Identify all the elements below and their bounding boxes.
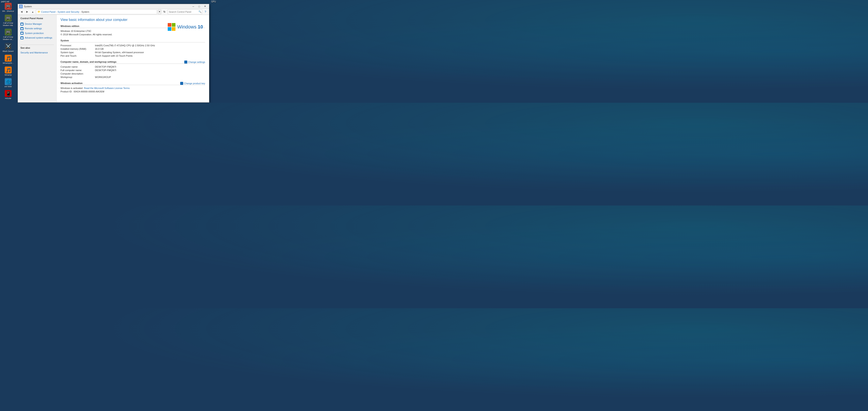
- desktop-icon-cod1[interactable]: 🎮 Call of Duty Modern Wa.: [0, 14, 16, 27]
- shield-icon-remote-settings: [21, 27, 24, 30]
- desktop-icon-winamp[interactable]: 🎵 Winamp: [0, 66, 16, 77]
- system-type-value: 64-bit Operating System, x64-based proce…: [95, 51, 144, 54]
- win-sq-yellow: [172, 27, 176, 31]
- full-computer-name-label: Full computer name:: [61, 69, 95, 71]
- gpu-label: GPU: [211, 0, 216, 3]
- breadcrumb-control-panel[interactable]: Control Panel: [41, 10, 56, 13]
- desktop-icon-contentweb[interactable]: 🌐 ent Web: [0, 78, 16, 89]
- computer-description-row: Computer description:: [61, 72, 205, 75]
- sidebar-label-device-manager: Device Manager: [25, 22, 42, 26]
- win-sq-blue: [168, 27, 172, 31]
- change-settings-link[interactable]: Change settings: [184, 61, 206, 63]
- pen-touch-label: Pen and Touch:: [61, 55, 95, 57]
- system-section: System Processor: Intel(R) Core(TM) i7-4…: [61, 39, 205, 57]
- processor-row: Processor: Intel(R) Core(TM) i7-4710HQ C…: [61, 44, 205, 47]
- search-input[interactable]: [169, 10, 198, 13]
- close-button[interactable]: ✕: [202, 4, 208, 8]
- desktop-icon-hisuite-label: HiSuite: [5, 97, 11, 100]
- search-box: 🔍: [168, 9, 202, 14]
- change-settings-label: Change settings: [188, 61, 206, 63]
- ram-label: Installed memory (RAM):: [61, 48, 95, 50]
- workgroup-label: Workgroup:: [61, 76, 95, 79]
- ram-value: 16.0 GB: [95, 48, 103, 50]
- desktop-icon-winamp-label: Winamp: [4, 74, 11, 76]
- system-type-label: System type:: [61, 51, 95, 54]
- desktop-icon-cod1-label: Call of Duty Modern Wa.: [1, 22, 15, 27]
- computer-name-section: Computer name, domain, and workgroup set…: [61, 61, 205, 79]
- desktop-icon-blackdesert-label: Black Desert: [3, 50, 13, 53]
- system-window-icon: [19, 5, 23, 8]
- breadcrumb-system-security[interactable]: System and Security: [58, 10, 79, 13]
- desktop-icon-hisuite[interactable]: 📱 HiSuite: [0, 89, 16, 100]
- window-title: System: [24, 5, 190, 8]
- product-id-label: Product ID:: [61, 90, 72, 93]
- pen-touch-value: Touch Support with 10 Touch Points: [95, 55, 133, 57]
- desktop-icon-cod2-label: Call of Duty Modern W...: [1, 36, 15, 41]
- sidebar-link-device-manager[interactable]: Device Manager: [21, 22, 54, 26]
- desktop-icon-winamp59-label: Winamp59...: [3, 62, 14, 64]
- breadcrumb-dropdown-button[interactable]: ▼: [158, 9, 161, 14]
- change-product-shield-icon: [180, 82, 183, 85]
- change-settings-shield-icon: [184, 61, 187, 63]
- desktop-icon-bf4-label: bf4 - Shortcut: [2, 10, 14, 12]
- desktop-icon-bf4[interactable]: 🎮 bf4 - Shortcut: [0, 2, 16, 13]
- title-bar: System ─ □ ✕: [18, 4, 209, 9]
- full-computer-name-row: Full computer name: DESKTOP-FMQ9I7I: [61, 69, 205, 71]
- windows-squares: [168, 23, 176, 31]
- desktop-icon-winamp59[interactable]: 🎵 Winamp59...: [0, 54, 16, 65]
- maximize-button[interactable]: □: [196, 4, 202, 8]
- computer-name-row: Computer name: DESKTOP-FMQ9I7I: [61, 65, 205, 68]
- svg-rect-0: [20, 5, 21, 6]
- sidebar-link-remote-settings[interactable]: Remote settings: [21, 26, 54, 31]
- desktop-icon-cod2[interactable]: 🎮 Call of Duty Modern W...: [0, 28, 16, 41]
- up-button[interactable]: ▲: [30, 9, 35, 14]
- desktop: paint.net GPU 🎮 bf4 - Shortcut 🎮 Call of…: [0, 0, 217, 103]
- processor-label: Processor:: [61, 44, 95, 47]
- activation-section: Windows activation Change product key Wi…: [61, 82, 205, 93]
- main-area: Control Panel Home Device Manager Remote…: [18, 15, 209, 102]
- sidebar-link-security-maintenance[interactable]: Security and Maintenance: [21, 51, 54, 55]
- sidebar-label-advanced-system-settings: Advanced system settings: [25, 36, 52, 39]
- copyright-row: © 2018 Microsoft Corporation. All rights…: [61, 33, 205, 36]
- sidebar-link-advanced-system-settings[interactable]: Advanced system settings: [21, 35, 54, 40]
- shield-icon-advanced-system-settings: [21, 36, 24, 39]
- windows10-text: Windows 10: [177, 24, 203, 30]
- back-button[interactable]: ◀: [19, 9, 24, 14]
- minimize-button[interactable]: ─: [190, 4, 196, 8]
- change-product-key-label: Change product key: [184, 82, 205, 85]
- sidebar-label-security-maintenance: Security and Maintenance: [21, 51, 48, 54]
- system-header: System: [61, 39, 205, 42]
- system-type-row: System type: 64-bit Operating System, x6…: [61, 51, 205, 54]
- sidebar-link-system-protection[interactable]: System protection: [21, 31, 54, 35]
- ram-row: Installed memory (RAM): 16.0 GB: [61, 48, 205, 50]
- see-also-label: See also: [21, 45, 54, 49]
- product-id-value: 00424-80000-00000-AAOEM: [73, 90, 104, 93]
- change-product-key-link[interactable]: Change product key: [180, 82, 205, 85]
- breadcrumb-bar: 📁 Control Panel › System and Security › …: [36, 9, 157, 14]
- edition-value: Windows 10 Enterprise LTSC: [61, 30, 91, 32]
- sidebar-home-label: Control Panel Home: [21, 17, 54, 20]
- svg-rect-1: [21, 5, 22, 6]
- search-icon[interactable]: 🔍: [198, 10, 202, 13]
- content-area: View basic information about your comput…: [57, 15, 209, 102]
- help-button[interactable]: ?: [203, 9, 208, 14]
- copyright-value: © 2018 Microsoft Corporation. All rights…: [61, 33, 112, 36]
- svg-rect-2: [20, 7, 21, 7]
- breadcrumb-folder-icon: 📁: [37, 10, 40, 13]
- desktop-icon-blackdesert[interactable]: ⚔️ Black Desert: [0, 42, 16, 53]
- shield-icon-device-manager: [21, 23, 24, 26]
- license-terms-link[interactable]: Read the Microsoft Software License Term…: [84, 87, 130, 89]
- forward-button[interactable]: ▶: [25, 9, 30, 14]
- computer-name-value: DESKTOP-FMQ9I7I: [95, 65, 116, 68]
- computer-name-label: Computer name:: [61, 65, 95, 68]
- activation-status: Windows is activated: [61, 87, 83, 89]
- breadcrumb-system: System: [81, 10, 89, 13]
- refresh-button[interactable]: ↻: [162, 9, 167, 14]
- svg-rect-3: [21, 7, 22, 7]
- processor-value: Intel(R) Core(TM) i7-4710HQ CPU @ 2.50GH…: [95, 44, 155, 47]
- address-bar: ◀ ▶ ▲ 📁 Control Panel › System and Secur…: [18, 9, 209, 15]
- product-id-row: Product ID: 00424-80000-00000-AAOEM: [61, 90, 205, 93]
- win-sq-red: [168, 23, 172, 27]
- desktop-icon-contentweb-label: ent Web: [4, 86, 11, 88]
- system-window: System ─ □ ✕ ◀ ▶ ▲ 📁 Control Panel › Sys…: [18, 4, 209, 102]
